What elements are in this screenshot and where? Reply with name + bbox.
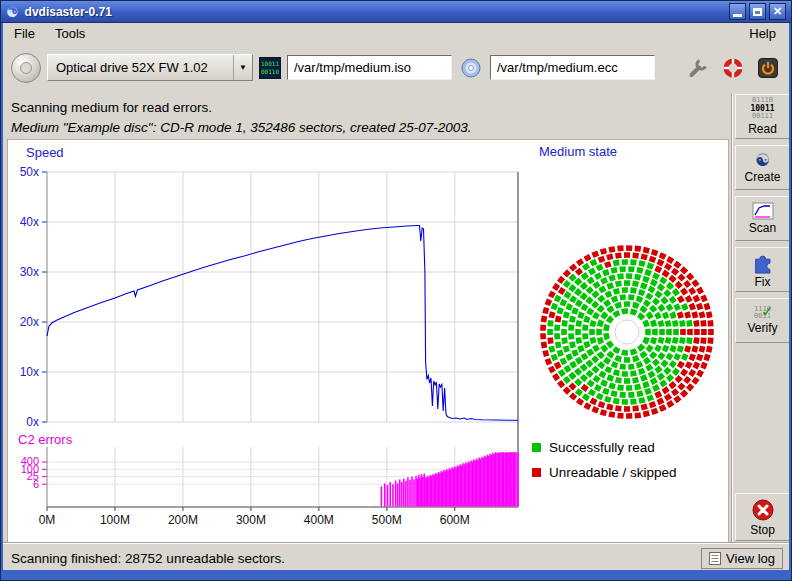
status-line2: Medium "Example disc": CD-R mode 1, 3524… xyxy=(11,118,781,138)
puzzle-icon xyxy=(751,250,775,274)
legend-unreadable: Unreadable / skipped xyxy=(532,465,677,480)
view-log-label: View log xyxy=(726,551,775,566)
read-binary-icon: 01110 10011 00111 xyxy=(750,97,774,120)
svg-text:10x: 10x xyxy=(20,365,39,379)
status-area: Scanning medium for read errors. Medium … xyxy=(1,91,791,139)
svg-text:200M: 200M xyxy=(168,513,198,527)
svg-text:0M: 0M xyxy=(39,513,56,527)
create-button[interactable]: ☯ Create xyxy=(735,145,790,190)
drive-select-value: Optical drive 52X FW 1.02 xyxy=(48,55,233,80)
chevron-down-icon: ▼ xyxy=(233,55,252,80)
footer-status: Scanning finished: 28752 unreadable sect… xyxy=(11,551,285,566)
drive-select[interactable]: Optical drive 52X FW 1.02 ▼ xyxy=(47,54,253,81)
scan-chart-icon xyxy=(752,202,774,220)
svg-text:20x: 20x xyxy=(20,315,39,329)
statusbar: Scanning finished: 28752 unreadable sect… xyxy=(1,543,792,572)
speed-c2-chart: 0M100M200M300M400M500M600M50x40x30x20x10… xyxy=(10,160,530,532)
fix-button[interactable]: Fix xyxy=(735,247,790,292)
menubar: FileTools Help xyxy=(1,23,791,44)
drive-status-icon xyxy=(20,62,32,74)
legend-unreadable-label: Unreadable / skipped xyxy=(549,465,677,480)
chart-panel: Speed C2 errors Medium state 0M100M200M3… xyxy=(7,139,729,543)
read-button[interactable]: 01110 10011 00111 Read xyxy=(735,94,790,139)
stop-icon xyxy=(751,498,775,522)
minimize-icon xyxy=(733,14,742,17)
verify-binary-icon: 1110 0011 ✓ xyxy=(754,306,771,321)
lifesaver-icon xyxy=(721,56,745,80)
menu-help[interactable]: Help xyxy=(737,24,788,43)
maximize-button[interactable] xyxy=(749,3,766,20)
window-title: dvdisaster-0.71 xyxy=(25,5,112,19)
wrench-icon xyxy=(686,56,710,80)
close-icon: ✕ xyxy=(773,6,782,17)
svg-text:30x: 30x xyxy=(20,265,39,279)
minimize-button[interactable] xyxy=(729,3,746,20)
legend-green-swatch xyxy=(532,443,541,452)
ecc-path-input[interactable] xyxy=(490,55,655,80)
app-yinyang-icon: ☯ xyxy=(6,5,19,19)
close-button[interactable]: ✕ xyxy=(769,3,786,20)
svg-text:300M: 300M xyxy=(236,513,266,527)
svg-text:500M: 500M xyxy=(372,513,402,527)
menu-file[interactable]: File xyxy=(4,24,45,43)
menu-tools[interactable]: Tools xyxy=(45,24,95,43)
svg-text:50x: 50x xyxy=(20,165,39,179)
maximize-icon xyxy=(753,8,762,16)
verify-button[interactable]: 1110 0011 ✓ Verify xyxy=(735,298,790,343)
svg-text:600M: 600M xyxy=(440,513,470,527)
stop-button[interactable]: Stop xyxy=(735,493,790,541)
yin-yang-icon: ☯ xyxy=(755,152,770,169)
iso-icon-row: 10011 xyxy=(261,60,279,67)
svg-text:40x: 40x xyxy=(20,215,39,229)
svg-text:6: 6 xyxy=(33,478,39,490)
titlebar[interactable]: ☯ dvdisaster-0.71 ✕ xyxy=(1,1,791,23)
medium-state-title: Medium state xyxy=(539,144,617,159)
legend-read: Successfully read xyxy=(532,440,655,455)
medium-state-disc xyxy=(529,234,725,430)
legend-read-label: Successfully read xyxy=(549,440,655,455)
svg-text:100M: 100M xyxy=(100,513,130,527)
sidebar: 01110 10011 00111 Read ☯ Create Scan Fix xyxy=(735,94,790,541)
sidebar-separator xyxy=(731,93,733,542)
speed-chart-title: Speed xyxy=(26,145,64,160)
svg-text:400M: 400M xyxy=(304,513,334,527)
help-button[interactable] xyxy=(720,55,746,81)
status-line1: Scanning medium for read errors. xyxy=(11,98,781,118)
iso-file-icon: 10011 00110 xyxy=(259,57,281,79)
preferences-button[interactable] xyxy=(685,55,711,81)
iso-icon-row: 00110 xyxy=(261,68,279,75)
log-page-icon xyxy=(709,552,721,565)
menubar-left: FileTools xyxy=(4,24,95,43)
toolbar: Optical drive 52X FW 1.02 ▼ 10011 00110 xyxy=(1,44,791,91)
iso-path-input[interactable] xyxy=(287,55,452,80)
check-icon: ✓ xyxy=(762,303,772,321)
drive-status-button[interactable] xyxy=(11,53,41,83)
dvdisaster-window: ☯ dvdisaster-0.71 ✕ FileTools Help Optic… xyxy=(0,0,792,581)
power-icon xyxy=(756,56,780,80)
ecc-disc-icon xyxy=(458,55,484,81)
view-log-button[interactable]: View log xyxy=(701,548,783,569)
quit-button[interactable] xyxy=(755,55,781,81)
legend-red-swatch xyxy=(532,468,541,477)
svg-text:0x: 0x xyxy=(26,415,39,429)
scan-button[interactable]: Scan xyxy=(735,196,790,241)
